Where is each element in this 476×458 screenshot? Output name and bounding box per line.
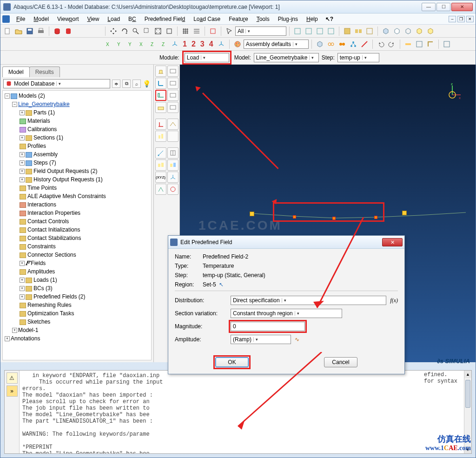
r2-icon[interactable] [304,26,314,36]
new-icon[interactable] [2,26,13,36]
message-log[interactable]: in keyword *ENDPART, file "daoxian.inp T… [20,371,464,453]
window-maximize-button[interactable]: ☐ [436,3,450,11]
menu-viewport[interactable]: Viewport [53,14,83,24]
color-scheme-combo[interactable]: Assembly defaults▾ [244,40,309,49]
messages-warning-icon[interactable]: ⚠ [7,372,18,384]
tool-load-case-icon[interactable] [155,102,166,113]
dialog-close-button[interactable]: ✕ [382,238,403,246]
tree-time-points[interactable]: Time Points [27,185,57,191]
mdi-close-button[interactable]: ✕ [466,16,474,22]
tree-model-line-geometrybaike[interactable]: Line_Geometrybaike [18,101,70,107]
tool-a1-icon[interactable] [155,119,166,130]
window-minimize-button[interactable]: — [422,3,436,11]
menu-help[interactable]: Help [303,14,322,24]
fx-icon[interactable]: f(x) [390,297,398,304]
tree-models[interactable]: Models (2) [19,93,45,99]
ok-button[interactable]: OK [215,357,249,367]
tree-sketches[interactable]: Sketches [27,319,50,325]
r4-icon[interactable] [326,26,336,36]
mdi-restore-button[interactable]: ❐ [457,16,465,22]
tree-fields[interactable]: Fields [31,260,46,266]
amplitude-combo[interactable]: (Ramp)▾ [231,335,291,344]
g2-icon[interactable] [414,39,424,49]
tab-model[interactable]: Model [2,66,30,77]
menu-predefined-field[interactable]: Predefined Field [141,14,189,24]
network-icon[interactable] [348,39,358,49]
circ1-icon[interactable] [326,39,336,49]
tree-history-output[interactable]: History Output Requests (1) [33,176,103,183]
messages-cli-icon[interactable]: » [7,385,18,397]
pan-icon[interactable] [108,26,119,36]
tool-create-load-icon[interactable] [155,66,166,77]
cursor-icon[interactable] [224,26,234,36]
tree-remeshing[interactable]: Remeshing Rules [27,302,72,308]
tool-csys-icon[interactable] [167,172,178,183]
tree-calibrations[interactable]: Calibrations [27,126,57,133]
tree-contact-stabilizations[interactable]: Contact Stabilizations [27,235,81,241]
menu-feature[interactable]: Feature [225,14,251,24]
zview-icon[interactable]: Z [147,39,158,49]
menu-view[interactable]: View [84,14,103,24]
edit-region-icon[interactable]: ↖ [219,281,224,288]
mdi-minimize-button[interactable]: – [449,16,456,22]
tree-sections[interactable]: Sections (1) [33,134,63,141]
tree-interactions[interactable]: Interactions [27,201,56,208]
model-tree[interactable]: −Models (2) −Line_Geometrybaike +Parts (… [2,90,152,360]
redo-icon[interactable] [387,39,397,49]
g1-icon[interactable] [403,39,413,49]
model-db-icon[interactable] [52,26,62,36]
tool-manage-bc-icon[interactable] [167,78,178,89]
tree-contact-controls[interactable]: Contact Controls [27,218,69,225]
yview-icon[interactable]: Y [114,39,124,49]
tool-d2-icon[interactable] [167,184,178,195]
save-icon[interactable] [25,26,35,36]
tree-copy-icon[interactable]: ⧉ [122,80,131,88]
view-preset-2[interactable]: 2 [190,40,198,48]
tree-steps[interactable]: Steps (7) [33,159,56,166]
g3-icon[interactable] [425,39,436,49]
distribution-combo[interactable]: Direct specification▾ [231,296,386,305]
box-zoom-icon[interactable] [142,26,152,36]
tree-profiles[interactable]: Profiles [27,143,46,149]
tree-assembly[interactable]: Assembly [33,151,58,158]
tool-create-bc-icon[interactable] [155,78,166,89]
tips-icon[interactable]: 💡 [143,80,151,87]
menu-file[interactable]: File [13,14,29,24]
tree-amplitudes[interactable]: Amplitudes [27,268,55,275]
cube4-icon[interactable] [414,26,424,36]
magnitude-input[interactable] [231,322,305,331]
undo-icon[interactable] [376,39,386,49]
tree-predefined-fields[interactable]: Predefined Fields (2) [33,293,85,300]
zoom-icon[interactable] [131,26,141,36]
menu-tools[interactable]: Tools [253,14,273,24]
tool-manage-predefined-field-icon[interactable] [167,90,178,101]
grid1-icon[interactable] [180,26,191,36]
yview2-icon[interactable]: Y [125,39,135,49]
view-preset-4[interactable]: 4 [207,40,215,48]
t1-icon[interactable] [342,26,352,36]
menu-model[interactable]: Model [30,14,53,24]
model-db2-icon[interactable] [63,26,73,36]
cube1-icon[interactable] [381,26,391,36]
isoview-icon[interactable] [170,39,180,49]
t3-icon[interactable] [364,26,375,36]
tool-a2-icon[interactable] [167,119,178,130]
tab-results[interactable]: Results [29,66,60,77]
menu-plugins[interactable]: Plug-ins [274,14,302,24]
view-preset-1[interactable]: 1 [181,40,189,48]
tree-search-icon[interactable]: ⌕ [132,80,141,88]
tool-b2-icon[interactable] [167,131,178,142]
rotate-icon[interactable] [119,26,130,36]
zview2-icon[interactable]: Z [159,39,169,49]
tool-manage-load-icon[interactable] [167,66,178,77]
menu-load[interactable]: Load [104,14,124,24]
section-variation-combo[interactable]: Constant through region▾ [231,309,342,318]
window-close-button[interactable]: ✕ [451,3,473,11]
tool-d1-icon[interactable] [155,184,166,195]
r3-icon[interactable] [315,26,325,36]
tool-partition-icon[interactable] [167,147,178,159]
tree-contact-initializations[interactable]: Contact Initializations [27,226,80,233]
auto-fit-icon[interactable] [164,26,174,36]
grid2-icon[interactable] [192,26,202,36]
xview2-icon[interactable]: X [136,39,146,49]
